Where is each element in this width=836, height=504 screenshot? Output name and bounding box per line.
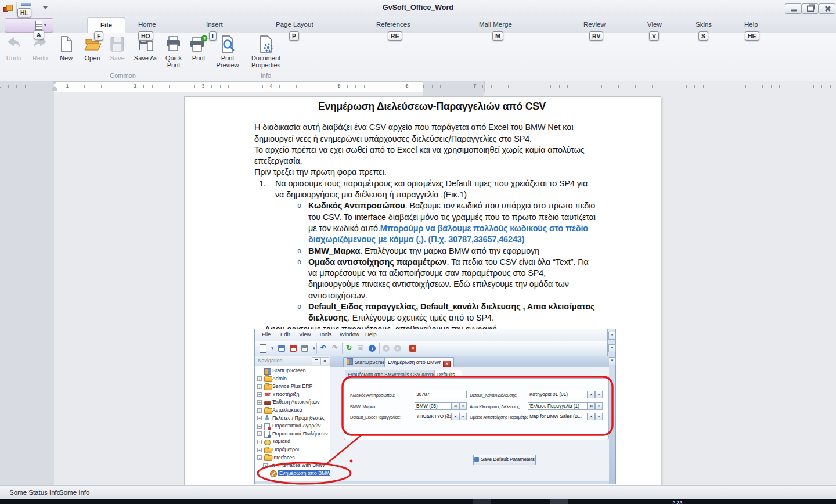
tab-view[interactable]: View	[642, 17, 668, 33]
save-as-icon[interactable]	[300, 344, 309, 353]
new-icon[interactable]	[258, 344, 268, 353]
clear-icon[interactable]: ×	[588, 391, 595, 398]
expand-icon[interactable]: +	[257, 376, 262, 381]
tree-item[interactable]: +⚙Interfaces with BMW	[255, 462, 330, 470]
collapse-icon[interactable]: -	[257, 455, 262, 460]
save-icon	[108, 35, 127, 53]
dropdown-icon[interactable]: ▾	[459, 402, 467, 410]
tab-help[interactable]: Help	[738, 17, 764, 33]
close-panel-icon[interactable]: ×	[320, 357, 329, 365]
tree-item[interactable]: +Service Plus ERP	[255, 383, 330, 391]
minimize-button[interactable]	[785, 3, 802, 14]
menu-file[interactable]: File	[262, 331, 271, 337]
publish-icon[interactable]: ▣	[356, 344, 365, 353]
restore-button[interactable]	[802, 3, 819, 14]
expand-icon[interactable]: +	[257, 400, 262, 405]
print-button[interactable]: ? Print	[187, 35, 210, 70]
tree-item[interactable]: +Παραστατικά Πωλήσεων	[255, 430, 330, 438]
document-page[interactable]: Ενημέρωση Διελεύσεων-Παραγγελιών από CSV…	[184, 96, 661, 485]
file-menu-button[interactable]	[5, 18, 53, 33]
tree-item-selected[interactable]: Ενημέρωση απο BMWretail...	[255, 470, 330, 478]
tab-page-layout[interactable]: Page Layout	[270, 17, 319, 33]
expand-icon[interactable]: +	[257, 384, 262, 389]
pin-icon[interactable]	[312, 357, 320, 365]
quick-print-button[interactable]: Quick Print	[161, 35, 186, 70]
expand-icon[interactable]: +	[257, 440, 262, 444]
tab-references[interactable]: References	[370, 17, 416, 33]
tree-item[interactable]: +Admin	[255, 375, 330, 383]
expand-icon[interactable]: +	[263, 463, 268, 468]
dropdown-icon[interactable]: ▾	[595, 413, 603, 420]
tab-file[interactable]: File	[87, 17, 125, 33]
save-dropdown-icon[interactable]: ▾	[309, 344, 319, 353]
bmw-brand-input[interactable]: BMW (05)	[415, 402, 452, 410]
menu-view[interactable]: View	[299, 331, 311, 337]
save-icon[interactable]	[277, 344, 286, 353]
info-icon[interactable]: i	[367, 344, 377, 353]
tree-item[interactable]: +Ταμιακά	[255, 438, 330, 446]
forward-icon[interactable]: ▸	[393, 344, 402, 353]
document-properties-button[interactable]: Document Properties	[248, 35, 283, 70]
tab-home[interactable]: Home	[132, 17, 162, 33]
undo-icon[interactable]: ↶	[319, 344, 328, 353]
expand-icon[interactable]: +	[257, 416, 262, 420]
tab-review[interactable]: Review	[578, 17, 611, 33]
print-preview-button[interactable]: Print Preview	[212, 35, 243, 70]
default-order-type-input[interactable]: ΥΠΟΔΙΚΤΥΟ (δ1)	[415, 413, 452, 420]
dropdown-icon[interactable]: ▾	[595, 402, 603, 410]
expand-icon[interactable]: +	[257, 424, 262, 429]
clear-icon[interactable]: ×	[588, 413, 595, 420]
tree-item[interactable]: StartUpScreen	[255, 367, 330, 375]
dropdown-icon[interactable]: ▾	[595, 391, 603, 398]
clear-icon[interactable]: ×	[452, 402, 459, 410]
expand-icon[interactable]: +	[257, 431, 262, 436]
menu-edit[interactable]: Edit	[280, 331, 290, 337]
tree-item[interactable]: -Interfaces	[255, 454, 330, 462]
mapping-group-input[interactable]: Map for BMW Sales (B...	[528, 413, 588, 420]
tree-item[interactable]: +Παραστατικά Αγορών	[255, 422, 330, 430]
redo-icon[interactable]: ↷	[330, 344, 340, 353]
field-label: Κωδικός Αντιπροσώπου:	[350, 393, 395, 398]
expand-icon[interactable]: +	[257, 392, 262, 397]
tree-item[interactable]: +Έκθεση Αυτοκινήτων	[255, 398, 330, 406]
taskbar-item[interactable]	[550, 499, 568, 504]
dealer-code-input[interactable]: 30787	[415, 391, 467, 398]
undo-button[interactable]: Undo	[1, 35, 27, 70]
expand-icon[interactable]: +	[257, 448, 262, 452]
keytip-v: V	[649, 31, 659, 41]
taskbar[interactable]: 2:33	[0, 499, 836, 504]
menu-window[interactable]: Window	[340, 331, 359, 337]
close-reason-input[interactable]: Έκλεισε Παραγγελία (1)	[528, 402, 588, 410]
tab-list-dropdown-icon[interactable]: ▾	[608, 357, 616, 365]
clear-icon[interactable]: ×	[588, 402, 595, 410]
scroll-toolbar-icon[interactable]: ▾	[608, 344, 616, 352]
new-dropdown-icon[interactable]: ▾	[268, 344, 277, 353]
save-all-icon[interactable]	[289, 344, 298, 353]
tab-bmw-update[interactable]: Ενημέρωση απο BMWr×	[384, 357, 454, 368]
taskbar-item[interactable]	[473, 499, 491, 504]
tab-mail-merge[interactable]: Mail Merge	[473, 17, 518, 33]
tree-item[interactable]: +Ανταλλακτικά	[255, 406, 330, 415]
refresh-icon[interactable]: ↻	[344, 344, 354, 353]
default-channel-input[interactable]: Κατηγορια 01 (01)	[528, 391, 588, 398]
save-button[interactable]: Save	[106, 35, 129, 70]
indent-marker[interactable]	[52, 81, 57, 91]
menu-tools[interactable]: Tools	[319, 331, 331, 337]
clear-icon[interactable]: ×	[452, 413, 459, 420]
dropdown-icon[interactable]: ▾	[459, 413, 467, 420]
tree-item[interactable]: +Παράμετροι	[255, 446, 330, 454]
tree-item[interactable]: +Πελάτες / Προμηθευτές	[255, 415, 330, 423]
close-button[interactable]	[819, 3, 835, 14]
expand-icon[interactable]: +	[257, 408, 262, 413]
tree-item[interactable]: +☎Υποστήριξη	[255, 391, 330, 399]
scroll-menu-icon[interactable]: ▾	[608, 332, 616, 340]
menu-help[interactable]: Help	[365, 331, 377, 337]
horizontal-ruler[interactable]: 1 1 2 3 4 5 6 7	[0, 81, 485, 92]
tab-insert[interactable]: Insert	[200, 17, 229, 33]
save-default-parameters-button[interactable]: Save Default Parameters	[473, 455, 536, 465]
exit-icon[interactable]: ×	[408, 344, 417, 353]
redo-button[interactable]: Redo	[27, 35, 53, 70]
new-button[interactable]: New	[53, 35, 79, 70]
tab-skins[interactable]: Skins	[690, 17, 718, 33]
back-icon[interactable]: ◂	[381, 344, 391, 353]
